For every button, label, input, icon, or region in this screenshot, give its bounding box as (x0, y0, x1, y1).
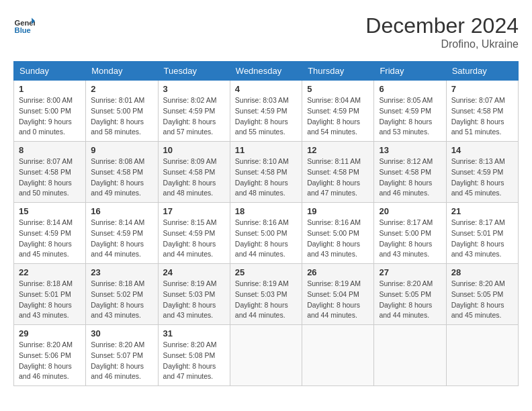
calendar-day-cell: 1Sunrise: 8:00 AMSunset: 5:00 PMDaylight… (14, 81, 86, 142)
calendar-week-row: 29Sunrise: 8:20 AMSunset: 5:06 PMDayligh… (14, 325, 519, 386)
day-number: 6 (379, 84, 441, 94)
day-info: Sunrise: 8:00 AMSunset: 5:00 PMDaylight:… (19, 95, 81, 138)
day-number: 1 (19, 84, 81, 94)
day-info: Sunrise: 8:17 AMSunset: 5:01 PMDaylight:… (451, 218, 513, 260)
day-number: 11 (235, 145, 297, 155)
calendar-week-row: 15Sunrise: 8:14 AMSunset: 4:59 PMDayligh… (14, 203, 519, 264)
day-number: 27 (379, 267, 441, 277)
calendar-header-row: SundayMondayTuesdayWednesdayThursdayFrid… (14, 62, 519, 81)
calendar-day-cell: 18Sunrise: 8:16 AMSunset: 5:00 PMDayligh… (230, 203, 302, 264)
calendar-day-cell (302, 325, 374, 386)
day-info: Sunrise: 8:13 AMSunset: 4:59 PMDaylight:… (451, 156, 513, 199)
day-number: 15 (19, 206, 81, 216)
calendar-day-cell (374, 325, 446, 386)
title-block: December 2024 Drofino, Ukraine (365, 13, 519, 50)
day-number: 20 (379, 206, 441, 216)
month-title: December 2024 (365, 13, 519, 38)
day-info: Sunrise: 8:02 AMSunset: 4:59 PMDaylight:… (163, 95, 225, 138)
calendar-day-cell: 29Sunrise: 8:20 AMSunset: 5:06 PMDayligh… (14, 325, 86, 386)
calendar-day-cell: 22Sunrise: 8:18 AMSunset: 5:01 PMDayligh… (14, 264, 86, 325)
calendar-day-cell: 26Sunrise: 8:19 AMSunset: 5:04 PMDayligh… (302, 264, 374, 325)
day-info: Sunrise: 8:19 AMSunset: 5:03 PMDaylight:… (235, 279, 297, 321)
day-number: 12 (307, 145, 369, 155)
calendar-day-cell: 12Sunrise: 8:11 AMSunset: 4:58 PMDayligh… (302, 142, 374, 203)
day-info: Sunrise: 8:05 AMSunset: 4:59 PMDaylight:… (379, 95, 441, 138)
day-number: 29 (19, 328, 81, 338)
day-number: 19 (307, 206, 369, 216)
day-info: Sunrise: 8:04 AMSunset: 4:59 PMDaylight:… (307, 95, 369, 138)
day-info: Sunrise: 8:19 AMSunset: 5:04 PMDaylight:… (307, 279, 369, 321)
calendar-day-cell: 8Sunrise: 8:07 AMSunset: 4:58 PMDaylight… (14, 142, 86, 203)
day-info: Sunrise: 8:20 AMSunset: 5:07 PMDaylight:… (91, 340, 152, 382)
day-info: Sunrise: 8:11 AMSunset: 4:58 PMDaylight:… (307, 156, 369, 199)
calendar-table: SundayMondayTuesdayWednesdayThursdayFrid… (13, 61, 519, 386)
day-number: 7 (451, 84, 513, 94)
calendar-week-row: 1Sunrise: 8:00 AMSunset: 5:00 PMDaylight… (14, 81, 519, 142)
calendar-day-header: Thursday (302, 62, 374, 81)
calendar-day-cell: 10Sunrise: 8:09 AMSunset: 4:58 PMDayligh… (158, 142, 230, 203)
calendar-day-cell: 5Sunrise: 8:04 AMSunset: 4:59 PMDaylight… (302, 81, 374, 142)
day-number: 26 (307, 267, 369, 277)
calendar-day-cell: 9Sunrise: 8:08 AMSunset: 4:58 PMDaylight… (86, 142, 158, 203)
calendar-day-cell: 4Sunrise: 8:03 AMSunset: 4:59 PMDaylight… (230, 81, 302, 142)
calendar-day-cell: 14Sunrise: 8:13 AMSunset: 4:59 PMDayligh… (446, 142, 518, 203)
calendar-day-cell: 25Sunrise: 8:19 AMSunset: 5:03 PMDayligh… (230, 264, 302, 325)
day-info: Sunrise: 8:20 AMSunset: 5:06 PMDaylight:… (19, 340, 81, 382)
calendar-day-cell: 23Sunrise: 8:18 AMSunset: 5:02 PMDayligh… (86, 264, 158, 325)
calendar-day-cell (446, 325, 518, 386)
day-info: Sunrise: 8:17 AMSunset: 5:00 PMDaylight:… (379, 218, 441, 260)
day-info: Sunrise: 8:07 AMSunset: 4:58 PMDaylight:… (451, 95, 513, 138)
calendar-week-row: 8Sunrise: 8:07 AMSunset: 4:58 PMDaylight… (14, 142, 519, 203)
calendar-day-cell: 19Sunrise: 8:16 AMSunset: 5:00 PMDayligh… (302, 203, 374, 264)
logo-icon: General Blue (13, 13, 35, 35)
day-info: Sunrise: 8:20 AMSunset: 5:05 PMDaylight:… (451, 279, 513, 321)
day-number: 3 (163, 84, 225, 94)
calendar-day-cell: 27Sunrise: 8:20 AMSunset: 5:05 PMDayligh… (374, 264, 446, 325)
day-info: Sunrise: 8:08 AMSunset: 4:58 PMDaylight:… (91, 156, 152, 199)
calendar-day-cell: 15Sunrise: 8:14 AMSunset: 4:59 PMDayligh… (14, 203, 86, 264)
day-info: Sunrise: 8:07 AMSunset: 4:58 PMDaylight:… (19, 156, 81, 199)
calendar-day-cell (230, 325, 302, 386)
day-number: 5 (307, 84, 369, 94)
day-info: Sunrise: 8:09 AMSunset: 4:58 PMDaylight:… (163, 156, 225, 199)
calendar-day-header: Monday (86, 62, 158, 81)
day-info: Sunrise: 8:14 AMSunset: 4:59 PMDaylight:… (91, 218, 152, 260)
day-number: 25 (235, 267, 297, 277)
calendar-day-cell: 28Sunrise: 8:20 AMSunset: 5:05 PMDayligh… (446, 264, 518, 325)
day-number: 13 (379, 145, 441, 155)
day-number: 10 (163, 145, 225, 155)
day-number: 22 (19, 267, 81, 277)
calendar-day-cell: 31Sunrise: 8:20 AMSunset: 5:08 PMDayligh… (158, 325, 230, 386)
calendar-day-header: Tuesday (158, 62, 230, 81)
day-info: Sunrise: 8:01 AMSunset: 5:00 PMDaylight:… (91, 95, 152, 138)
calendar-day-header: Wednesday (230, 62, 302, 81)
day-info: Sunrise: 8:10 AMSunset: 4:58 PMDaylight:… (235, 156, 297, 199)
day-info: Sunrise: 8:14 AMSunset: 4:59 PMDaylight:… (19, 218, 81, 260)
calendar-day-cell: 17Sunrise: 8:15 AMSunset: 4:59 PMDayligh… (158, 203, 230, 264)
calendar-day-cell: 30Sunrise: 8:20 AMSunset: 5:07 PMDayligh… (86, 325, 158, 386)
calendar-day-cell: 16Sunrise: 8:14 AMSunset: 4:59 PMDayligh… (86, 203, 158, 264)
day-info: Sunrise: 8:15 AMSunset: 4:59 PMDaylight:… (163, 218, 225, 260)
calendar-day-cell: 20Sunrise: 8:17 AMSunset: 5:00 PMDayligh… (374, 203, 446, 264)
calendar-day-cell: 21Sunrise: 8:17 AMSunset: 5:01 PMDayligh… (446, 203, 518, 264)
location: Drofino, Ukraine (365, 38, 519, 50)
calendar-day-cell: 3Sunrise: 8:02 AMSunset: 4:59 PMDaylight… (158, 81, 230, 142)
day-number: 8 (19, 145, 81, 155)
day-info: Sunrise: 8:12 AMSunset: 4:58 PMDaylight:… (379, 156, 441, 199)
calendar-day-cell: 11Sunrise: 8:10 AMSunset: 4:58 PMDayligh… (230, 142, 302, 203)
calendar-day-header: Friday (374, 62, 446, 81)
day-info: Sunrise: 8:20 AMSunset: 5:08 PMDaylight:… (163, 340, 225, 382)
day-info: Sunrise: 8:18 AMSunset: 5:01 PMDaylight:… (19, 279, 81, 321)
day-info: Sunrise: 8:18 AMSunset: 5:02 PMDaylight:… (91, 279, 152, 321)
calendar-day-cell: 13Sunrise: 8:12 AMSunset: 4:58 PMDayligh… (374, 142, 446, 203)
day-number: 14 (451, 145, 513, 155)
svg-text:Blue: Blue (15, 26, 31, 34)
calendar-day-cell: 7Sunrise: 8:07 AMSunset: 4:58 PMDaylight… (446, 81, 518, 142)
calendar-day-cell: 2Sunrise: 8:01 AMSunset: 5:00 PMDaylight… (86, 81, 158, 142)
day-number: 4 (235, 84, 297, 94)
day-number: 18 (235, 206, 297, 216)
day-info: Sunrise: 8:16 AMSunset: 5:00 PMDaylight:… (235, 218, 297, 260)
day-info: Sunrise: 8:19 AMSunset: 5:03 PMDaylight:… (163, 279, 225, 321)
day-number: 28 (451, 267, 513, 277)
page-header: General Blue December 2024 Drofino, Ukra… (13, 13, 519, 50)
